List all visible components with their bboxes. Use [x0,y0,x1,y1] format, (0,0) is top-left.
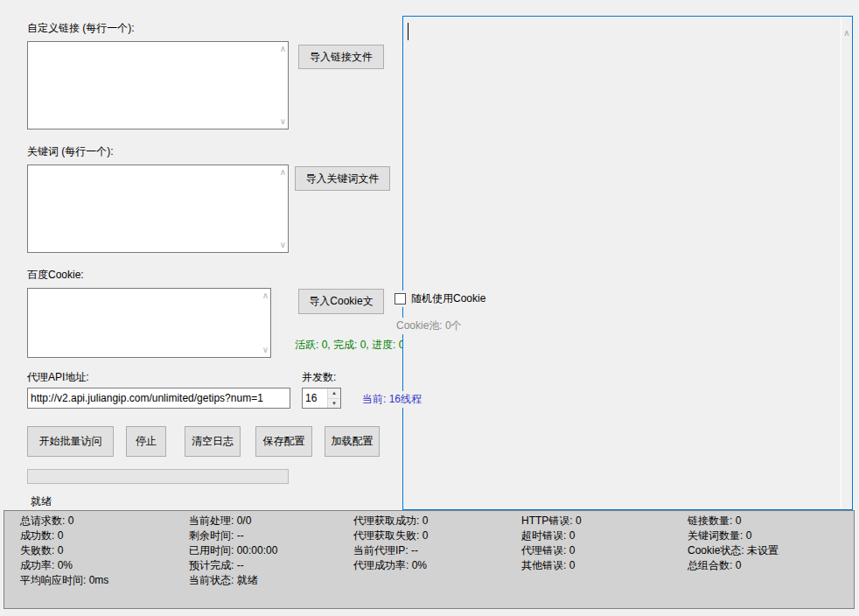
save-config-button[interactable]: 保存配置 [255,426,312,457]
keywords-textarea-frame: ∧ ∨ [27,164,289,253]
stat-elapsed-time: 已用时间: 00:00:00 [189,543,277,558]
concurrency-input[interactable] [303,388,327,408]
stat-timeout-errors: 超时错误: 0 [521,528,582,543]
text-caret [408,23,409,40]
clear-log-button[interactable]: 清空日志 [185,426,241,457]
scroll-up-icon[interactable]: ∧ [843,29,849,509]
stat-current-state: 当前状态: 就绪 [189,573,277,588]
spin-up-icon[interactable]: ▲ [328,388,340,399]
stat-current-processing: 当前处理: 0/0 [189,514,277,528]
cookie-textarea-frame: ∧ ∨ [27,288,271,358]
log-output-area[interactable]: ∧ [402,16,853,510]
start-batch-button[interactable]: 开始批量访问 [27,426,114,457]
custom-links-label: 自定义链接 (每行一个): [27,21,135,36]
stats-column-progress: 当前处理: 0/0 剩余时间: -- 已用时间: 00:00:00 预计完成: … [189,514,277,588]
concurrency-label: 并发数: [302,370,336,385]
stat-avg-response-time: 平均响应时间: 0ms [20,573,108,588]
batch-access-tool-window: { "colors": { "accent_border": "#0078d7"… [0,0,859,616]
stat-cookie-state: Cookie状态: 未设置 [688,543,779,558]
stat-proxy-errors: 代理错误: 0 [521,543,582,558]
current-threads-info: 当前: 16线程 [360,391,424,408]
stat-eta: 预计完成: -- [189,558,277,573]
cookie-pool-status: Cookie池: 0个 [394,318,464,334]
custom-links-textarea-frame: ∧ ∨ [27,41,289,130]
log-scrollbar[interactable]: ∧ [841,17,852,509]
stat-proxy-fail: 代理获取失败: 0 [353,528,428,543]
load-config-button[interactable]: 加载配置 [325,426,380,457]
progress-bar [27,469,289,484]
stat-total-requests: 总请求数: 0 [20,514,108,528]
cookie-textarea[interactable] [28,289,270,357]
import-links-button[interactable]: 导入链接文件 [298,45,384,69]
import-keywords-button[interactable]: 导入关键词文件 [295,166,390,191]
proxy-api-input[interactable] [27,388,290,409]
stat-proxy-success-rate: 代理成功率: 0% [353,558,428,573]
stats-column-proxy: 代理获取成功: 0 代理获取失败: 0 当前代理IP: -- 代理成功率: 0% [353,514,428,573]
concurrency-spinner[interactable]: ▲ ▼ [302,388,341,409]
stats-column-errors: HTTP错误: 0 超时错误: 0 代理错误: 0 其他错误: 0 [521,514,582,573]
checkbox-unchecked-icon[interactable] [395,293,406,304]
stat-remaining-time: 剩余时间: -- [189,528,277,543]
proxy-api-label: 代理API地址: [27,370,89,385]
stat-success-count: 成功数: 0 [20,528,108,543]
stat-current-proxy-ip: 当前代理IP: -- [353,543,428,558]
import-cookie-button[interactable]: 导入Cookie文 [298,289,384,314]
stat-keyword-count: 关键词数量: 0 [688,528,779,543]
stop-button[interactable]: 停止 [126,426,166,457]
stat-fail-count: 失败数: 0 [20,543,108,558]
stat-other-errors: 其他错误: 0 [521,558,582,573]
keywords-label: 关键词 (每行一个): [27,144,114,159]
random-cookie-checkbox-label: 随机使用Cookie [411,291,485,306]
live-progress-status: 活跃: 0, 完成: 0, 进度: 0% [295,338,414,353]
custom-links-textarea[interactable] [28,42,288,129]
stat-proxy-success: 代理获取成功: 0 [353,514,428,528]
stats-column-counts: 链接数量: 0 关键词数量: 0 Cookie状态: 未设置 总组合数: 0 [688,514,779,573]
ready-status-text: 就绪 [31,494,52,509]
stat-total-combinations: 总组合数: 0 [688,558,779,573]
stats-column-requests: 总请求数: 0 成功数: 0 失败数: 0 成功率: 0% 平均响应时间: 0m… [20,514,108,588]
baidu-cookie-label: 百度Cookie: [27,268,84,283]
random-cookie-checkbox-row[interactable]: 随机使用Cookie [392,290,488,307]
stat-link-count: 链接数量: 0 [688,514,779,528]
statistics-panel: 总请求数: 0 成功数: 0 失败数: 0 成功率: 0% 平均响应时间: 0m… [3,510,855,609]
stat-success-rate: 成功率: 0% [20,558,108,573]
spin-down-icon[interactable]: ▼ [328,399,340,409]
stat-http-errors: HTTP错误: 0 [521,514,582,528]
keywords-textarea[interactable] [28,165,288,252]
